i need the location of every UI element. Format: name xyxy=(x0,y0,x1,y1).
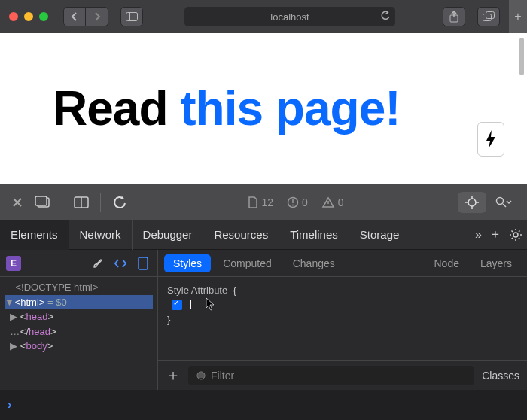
dom-tree[interactable]: <!DOCTYPE html>▼ <html> = $0 ▶ <head> … … xyxy=(0,277,157,390)
code-icon xyxy=(114,258,127,269)
page-viewport: Read this page! xyxy=(0,33,527,184)
dom-panel: E <!DOCTYPE html>▼ <html> = $0 ▶ <head> … xyxy=(0,250,158,390)
filter-input[interactable]: Filter xyxy=(188,366,474,385)
svg-rect-32 xyxy=(139,257,148,269)
forward-button[interactable] xyxy=(86,7,108,26)
subtab-changes[interactable]: Changes xyxy=(284,254,344,272)
error-count[interactable]: 0 xyxy=(287,196,308,208)
devtools-toolbar: 12 0 0 xyxy=(0,184,527,220)
svg-point-21 xyxy=(497,197,504,204)
filter-icon xyxy=(196,370,206,381)
tabs-overflow[interactable]: » xyxy=(475,228,482,242)
gear-icon[interactable] xyxy=(509,228,522,242)
resource-count[interactable]: 12 xyxy=(248,196,273,208)
dock-icon xyxy=(35,196,51,209)
property-caret[interactable]: | xyxy=(190,298,192,309)
warning-count[interactable]: 0 xyxy=(321,196,344,208)
paintbrush-button[interactable] xyxy=(90,255,106,272)
tab-resources[interactable]: Resources xyxy=(203,220,279,250)
reload-icon xyxy=(380,11,391,21)
address-text: localhost xyxy=(270,11,309,23)
target-icon xyxy=(465,196,479,209)
devtools-panel: E <!DOCTYPE html>▼ <html> = $0 ▶ <head> … xyxy=(0,250,527,390)
inspect-element-button[interactable] xyxy=(458,192,486,213)
svg-rect-9 xyxy=(35,196,47,205)
sidebar-toggle[interactable] xyxy=(120,7,143,26)
tabs-icon xyxy=(483,11,495,22)
styles-panel: Styles Computed Changes Node Layers Styl… xyxy=(158,250,527,390)
paintbrush-icon xyxy=(92,257,104,269)
hero-text-black: Read xyxy=(53,81,180,135)
warning-icon xyxy=(321,196,335,208)
subtab-node[interactable]: Node xyxy=(425,254,468,272)
svg-point-16 xyxy=(468,199,476,206)
file-icon xyxy=(248,196,258,208)
tab-timelines[interactable]: Timelines xyxy=(279,220,349,250)
browser-titlebar: localhost + xyxy=(0,0,527,33)
svg-rect-5 xyxy=(486,12,495,19)
cursor-icon xyxy=(206,297,216,312)
search-button[interactable] xyxy=(489,192,518,213)
subtab-layers[interactable]: Layers xyxy=(471,254,521,272)
add-rule-button[interactable]: ＋ xyxy=(166,365,181,385)
svg-rect-0 xyxy=(126,13,138,21)
print-styles-button[interactable] xyxy=(112,255,129,272)
chevron-down-icon xyxy=(506,200,512,205)
classes-button[interactable]: Classes xyxy=(482,370,519,382)
property-checkbox[interactable] xyxy=(172,300,182,310)
filter-placeholder: Filter xyxy=(211,370,234,382)
add-tab-icon[interactable]: ＋ xyxy=(489,227,501,242)
close-icon xyxy=(12,197,23,208)
svg-rect-4 xyxy=(483,14,492,21)
subtab-computed[interactable]: Computed xyxy=(214,254,281,272)
hero-heading: Read this page! xyxy=(53,81,401,136)
device-icon xyxy=(138,257,148,270)
new-tab-button[interactable]: + xyxy=(509,0,527,33)
chevron-right-icon xyxy=(93,12,101,21)
bolt-icon xyxy=(485,130,497,148)
window-controls xyxy=(9,12,48,21)
error-icon xyxy=(287,196,299,208)
tab-elements[interactable]: Elements xyxy=(0,220,69,250)
hero-text-blue: this page! xyxy=(180,81,400,135)
minimize-window[interactable] xyxy=(24,12,33,21)
dom-node[interactable]: … </head> xyxy=(5,324,153,339)
back-button[interactable] xyxy=(63,7,86,26)
svg-line-31 xyxy=(519,230,520,232)
tab-debugger[interactable]: Debugger xyxy=(133,220,204,250)
console-prompt[interactable]: › xyxy=(0,390,527,420)
devtools-close[interactable] xyxy=(9,194,26,211)
reload-icon xyxy=(112,195,127,210)
tab-storage[interactable]: Storage xyxy=(349,220,411,250)
console-split-button[interactable] xyxy=(67,192,96,213)
svg-line-30 xyxy=(512,238,513,239)
dom-node[interactable]: <!DOCTYPE html> xyxy=(5,280,153,295)
svg-line-28 xyxy=(512,230,513,232)
subtab-styles[interactable]: Styles xyxy=(164,254,211,272)
share-icon xyxy=(449,11,459,23)
layout-button[interactable] xyxy=(135,255,151,272)
zoom-window[interactable] xyxy=(39,12,48,21)
prompt-icon: › xyxy=(8,398,11,412)
tab-network[interactable]: Network xyxy=(69,220,133,250)
lightning-widget[interactable] xyxy=(477,122,504,157)
viewport-scrollbar[interactable] xyxy=(519,38,524,75)
svg-line-29 xyxy=(519,238,520,239)
dock-button[interactable] xyxy=(29,192,57,213)
elements-badge[interactable]: E xyxy=(6,256,21,271)
chevron-left-icon xyxy=(71,12,78,21)
styles-body[interactable]: Style Attribute { | } ＋ Filter Classes xyxy=(158,277,527,390)
sidebar-icon xyxy=(126,12,138,21)
svg-point-23 xyxy=(513,233,518,237)
address-bar[interactable]: localhost xyxy=(184,7,395,26)
plus-icon: + xyxy=(514,10,521,23)
dom-node[interactable]: ▶ <body> xyxy=(5,339,153,354)
dom-node[interactable]: ▶ <head> xyxy=(5,309,153,324)
close-window[interactable] xyxy=(9,12,18,21)
style-rule-header: Style Attribute xyxy=(167,285,227,296)
tabs-button[interactable] xyxy=(477,7,500,26)
share-button[interactable] xyxy=(443,7,465,26)
dom-node[interactable]: ▼ <html> = $0 xyxy=(5,295,153,310)
reload-button[interactable] xyxy=(380,11,391,21)
reload-page-button[interactable] xyxy=(105,192,134,213)
